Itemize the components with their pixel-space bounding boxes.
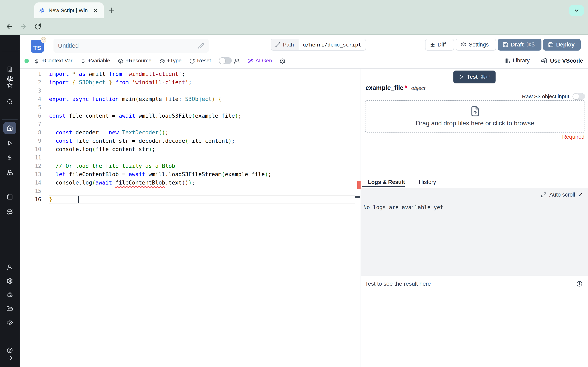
tab-title: New Script | Windmill (49, 7, 88, 14)
file-dropzone[interactable]: Drag and drop files here or click to bro… (365, 100, 585, 133)
script-title-field[interactable]: Untitled (53, 39, 209, 53)
line-number: 2 (20, 79, 49, 85)
code-text: export async function main(example_file:… (49, 96, 222, 102)
sidebar-item-folder-open[interactable] (0, 303, 20, 315)
auto-scroll-label: Auto scroll (549, 192, 575, 198)
pencil-icon (275, 42, 281, 47)
toolbar-button-contextvar[interactable]: +Context Var (34, 58, 72, 64)
code-line-6[interactable]: 6const file_content = await wmill.loadS3… (20, 111, 360, 120)
code-line-15[interactable]: 15 (20, 187, 360, 195)
sidebar-item-home[interactable] (0, 122, 20, 134)
play-icon (7, 140, 13, 146)
line-number: 5 (20, 104, 49, 110)
auto-scroll-control[interactable]: Auto scroll ✓ (541, 191, 583, 198)
robot-icon (7, 292, 13, 298)
code-editor[interactable]: 1import * as wmill from 'windmill-client… (20, 69, 360, 367)
sidebar-item-star[interactable] (0, 79, 20, 92)
boxes-icon (7, 169, 13, 176)
code-line-2[interactable]: 2import { S3Object } from 'windmill-clie… (20, 78, 360, 86)
browser-url-row: app.windmill.dev/scripts/add#JTdCJTIyaGF… (0, 18, 588, 35)
code-line-12[interactable]: 12 // Or load the file lazily as a Blob (20, 162, 360, 170)
code-line-11[interactable]: 11 (20, 153, 360, 162)
code-line-16[interactable]: 16} (20, 195, 360, 203)
info-icon[interactable] (576, 281, 583, 287)
toolbar-button-resource[interactable]: +Resource (118, 58, 151, 64)
sidebar-item-user[interactable] (0, 261, 20, 273)
active-tab-underline (362, 186, 405, 187)
tab-search-button[interactable] (569, 5, 584, 16)
editor-toolbar: +Context Var+Variable+Resource+TypeReset… (20, 53, 588, 69)
code-line-5[interactable]: 5 (20, 103, 360, 111)
code-line-1[interactable]: 1import * as wmill from 'windmill-client… (20, 70, 360, 78)
sidebar-item-play[interactable] (0, 137, 20, 149)
search-icon (7, 99, 13, 105)
new-tab-icon[interactable] (107, 6, 116, 15)
tab-close-icon[interactable] (91, 6, 100, 15)
tab-logs-and-result[interactable]: Logs & Result (361, 179, 412, 185)
edit-title-pencil-icon[interactable] (198, 43, 204, 49)
line-number: 1 (20, 71, 49, 77)
code-line-10[interactable]: 10 console.log(file_content_str); (20, 145, 360, 153)
diff-button[interactable]: ± Diff (425, 39, 454, 50)
sidebar-item-gear[interactable] (0, 275, 20, 287)
sidebar-item-dollar[interactable] (0, 151, 20, 164)
sidebar-item-arrow-right[interactable] (0, 352, 20, 364)
code-line-8[interactable]: 8 const decoder = new TextDecoder(); (20, 128, 360, 137)
line-number: 16 (20, 196, 49, 202)
expand-icon (541, 192, 546, 198)
settings-label: Settings (469, 42, 489, 48)
use-vscode-button[interactable]: Use VScode (541, 58, 583, 64)
code-line-9[interactable]: 9 const file_content_str = decoder.decod… (20, 137, 360, 145)
draft-shortcut: ⌘S (526, 42, 535, 48)
code-line-13[interactable]: 13 let fileContentBlob = await wmill.loa… (20, 170, 360, 178)
no-logs-message: No logs are available yet (363, 204, 443, 210)
check-icon: ✓ (578, 191, 583, 198)
script-title-value[interactable]: Untitled (58, 42, 198, 49)
user-icon (7, 264, 13, 270)
toolbar-button-reset[interactable]: Reset (189, 58, 211, 64)
ai-gen-button[interactable]: AI Gen (248, 58, 272, 64)
logs-area: Auto scroll ✓ No logs are available yet (361, 188, 588, 276)
status-dot (25, 59, 29, 63)
draft-button[interactable]: Draft ⌘S (498, 39, 541, 50)
multiplayer-toggle[interactable] (219, 57, 232, 64)
toolbar-button-label: +Type (167, 58, 182, 64)
sidebar-item-eye[interactable] (0, 317, 20, 329)
settings-button[interactable]: Settings (456, 39, 496, 50)
sidebar-item-route[interactable] (0, 206, 20, 218)
library-button[interactable]: Library (504, 58, 530, 64)
path-edit-button[interactable]: Path (271, 39, 298, 50)
code-line-7[interactable]: 7 (20, 120, 360, 128)
back-icon[interactable] (4, 21, 15, 32)
code-text: } (49, 196, 52, 202)
sidebar-item-boxes[interactable] (0, 167, 20, 179)
line-number: 6 (20, 113, 49, 119)
toolbar-button-variable[interactable]: +Variable (80, 58, 110, 64)
sidebar-item-calendar[interactable] (0, 191, 20, 203)
ai-gen-label: AI Gen (255, 58, 272, 64)
raw-s3-toggle[interactable] (572, 93, 585, 100)
toolbar-button-type[interactable]: +Type (159, 58, 182, 64)
library-icon (504, 58, 510, 64)
browser-tab[interactable]: New Script | Windmill (34, 2, 104, 18)
route-icon (7, 208, 13, 215)
test-button[interactable]: Test ⌘↵ (453, 71, 495, 83)
deploy-button[interactable]: Deploy (543, 39, 581, 50)
tab-history[interactable]: History (412, 179, 443, 185)
editor-settings-gear-icon[interactable] (280, 58, 285, 64)
star-icon (7, 82, 13, 89)
code-line-3[interactable]: 3 (20, 86, 360, 95)
path-label: Path (283, 42, 294, 48)
users-icon[interactable] (234, 58, 240, 64)
path-value[interactable]: u/henri/demo_script (298, 39, 366, 50)
sidebar-item-search[interactable] (0, 96, 20, 108)
reload-icon[interactable] (32, 21, 43, 32)
path-button-group[interactable]: Path u/henri/demo_script (271, 39, 366, 50)
code-text: // Or load the file lazily as a Blob (49, 163, 175, 169)
browser-tab-strip: New Script | Windmill (0, 0, 588, 18)
code-line-4[interactable]: 4export async function main(example_file… (20, 95, 360, 103)
code-line-14[interactable]: 14 console.log(await fileContentBlob.tex… (20, 178, 360, 187)
forward-icon[interactable] (18, 21, 29, 32)
sidebar-item-building[interactable] (0, 63, 20, 75)
sidebar-item-robot[interactable] (0, 289, 20, 301)
